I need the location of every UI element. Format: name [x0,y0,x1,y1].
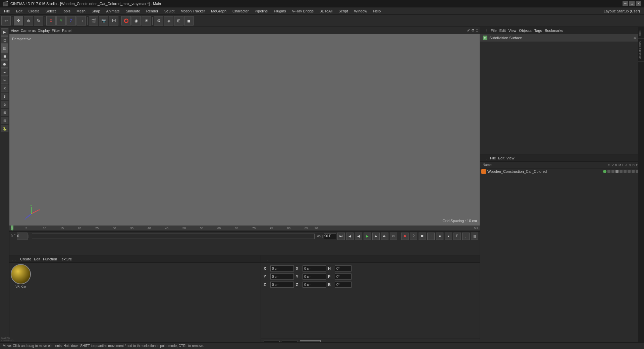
coord-z-pos[interactable] [270,282,294,288]
render-button[interactable]: 🎬 [89,16,98,26]
play-button[interactable]: ▶ [364,233,371,240]
goto-start-button[interactable]: ⏮ [337,233,345,240]
coord-y-pos[interactable] [270,273,294,280]
prev-frame-button[interactable]: ◀ [346,233,354,240]
menu-script[interactable]: Script [336,8,351,14]
viewport-menu-view[interactable]: View [11,29,19,33]
sidebar-tool-brush[interactable]: ⊟ [1,117,8,124]
obj-list-menu-view[interactable]: View [506,156,515,160]
coord-x-mid[interactable] [303,265,326,271]
projection-button[interactable]: P [453,233,461,240]
menu-render[interactable]: Render [144,8,161,14]
menu-animate[interactable]: Animate [104,8,122,14]
viewport-menu-display[interactable]: Display [38,29,50,33]
obj-menu-tags[interactable]: Tags [534,29,542,33]
sidebar-tool-object[interactable]: ◻ [1,36,8,44]
rotate-tool-button[interactable]: ↻ [34,16,43,26]
sidebar-tool-select[interactable]: ▶ [1,28,8,36]
viewport-menu-filter[interactable]: Filter [52,29,60,33]
sidebar-tool-add[interactable]: ⊞ [1,109,8,116]
help-button[interactable]: ? [410,233,417,240]
display-gouraud[interactable]: ⭕ [121,16,131,26]
obj-list-menu-edit[interactable]: Edit [498,156,504,160]
coord-x-pos[interactable] [270,265,294,271]
sidebar-tool-snake[interactable]: 🐍 [1,125,8,132]
move-tool-button[interactable]: ✛ [14,16,23,26]
menu-simulate[interactable]: Simulate [123,8,143,14]
obj-menu-view[interactable]: View [508,29,517,33]
sidebar-tool-polygon[interactable]: ▥ [1,44,8,52]
grid-button[interactable]: ⊞ [174,16,183,26]
coord-p-val[interactable] [335,273,352,280]
coord-h-val[interactable] [335,265,352,271]
material-menu-edit[interactable]: Edit [34,257,40,261]
coord-z-mid[interactable] [303,282,326,288]
loop-button[interactable]: ↺ [390,233,397,240]
obj-menu-objects[interactable]: Objects [519,29,531,33]
viewport-menu-panel[interactable]: Panel [62,29,71,33]
subdiv-pencil-icon[interactable]: ✏ [634,36,636,40]
viewport-fullscreen-icon[interactable]: □ [476,28,478,33]
minimize-button[interactable]: ─ [623,1,628,6]
menu-file[interactable]: File [1,8,13,14]
key-add-button[interactable]: + [427,233,435,240]
play-backward-button[interactable]: ◀ [355,233,362,240]
material-sphere-preview[interactable] [11,264,31,284]
titlebar-controls[interactable]: ─ □ ✕ [623,1,641,6]
settings-button[interactable]: ⚙ [154,16,163,26]
menu-3dtoall[interactable]: 3DToAll [317,8,335,14]
menu-pipeline[interactable]: Pipeline [252,8,270,14]
strip-tools[interactable]: Tools [638,28,644,39]
material-swatch[interactable]: VR_Car [11,264,31,288]
goto-end-button[interactable]: ⏭ [381,233,388,240]
sidebar-tool-draw[interactable]: ✒ [1,68,8,76]
menu-help[interactable]: Help [371,8,384,14]
key-all-button[interactable]: ■ [436,233,443,240]
sidebar-tool-edge[interactable]: ◼ [1,52,8,60]
display-light[interactable]: ☀ [142,16,151,26]
end-frame-input[interactable] [324,233,336,239]
xyz-button[interactable]: □ [76,16,86,26]
x-axis-button[interactable]: X [46,16,56,26]
sidebar-tool-deform[interactable]: $ [1,93,8,100]
strip-content-browser[interactable]: Content Browser [638,39,644,62]
display-lines[interactable]: ◉ [131,16,141,26]
viewport-expand-icon[interactable]: ⤢ [467,28,470,33]
play-forward-button[interactable]: ▶ [372,233,380,240]
material-menu-texture[interactable]: Texture [60,257,72,261]
menu-select[interactable]: Select [43,8,59,14]
record-button[interactable]: ⏺ [401,233,409,240]
menu-motion-tracker[interactable]: Motion Tracker [178,8,208,14]
sidebar-tool-sphere[interactable]: ⊙ [1,101,8,108]
menu-vray-bridge[interactable]: V-Ray Bridge [289,8,317,14]
viewport-menu-cameras[interactable]: Cameras [21,29,36,33]
viewport-camera-icon[interactable]: ⚙ [471,28,475,33]
obj-list-menu-file[interactable]: File [490,156,496,160]
timeline-extra-button[interactable]: ▦ [471,233,478,240]
viewport[interactable]: Perspective Grid Spacing : 10 cm X Y Z [9,34,480,226]
render-to-picture-viewer[interactable]: 📷 [99,16,108,26]
menu-tools[interactable]: Tools [59,8,73,14]
maximize-button[interactable]: □ [629,1,635,6]
menu-create[interactable]: Create [26,8,42,14]
material-menu-create[interactable]: Create [20,257,31,261]
obj-menu-edit[interactable]: Edit [499,29,506,33]
axis-button[interactable]: ◼ [184,16,194,26]
autokey-button[interactable]: ● [445,233,452,240]
render-region[interactable]: 🎞 [109,16,118,26]
menu-mograph[interactable]: MoGraph [208,8,229,14]
coord-b-val[interactable] [335,282,352,288]
sidebar-tool-point[interactable]: ⬟ [1,60,8,68]
menu-snap[interactable]: Snap [89,8,103,14]
scale-tool-button[interactable]: ⊕ [24,16,33,26]
stop-motion-button[interactable]: ⏹ [419,233,426,240]
menu-mesh[interactable]: Mesh [74,8,88,14]
menu-window[interactable]: Window [351,8,370,14]
close-button[interactable]: ✕ [636,1,641,6]
obj-list-item[interactable]: Wooden_Construction_Car_Colored [480,168,644,174]
obj-menu-file[interactable]: File [491,29,497,33]
coord-y-mid[interactable] [303,273,326,280]
undo-button[interactable]: ↩ [1,16,11,26]
menu-character[interactable]: Character [230,8,251,14]
current-frame-input[interactable] [17,233,28,240]
